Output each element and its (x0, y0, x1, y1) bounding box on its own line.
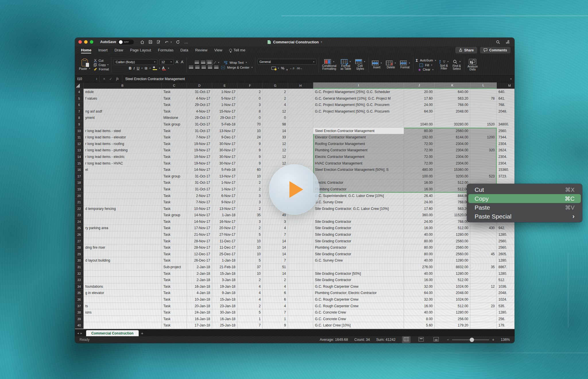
cell[interactable]: 2304. (497, 141, 514, 147)
cell[interactable]: Task (162, 160, 187, 167)
cell[interactable]: 2304.00 (435, 147, 470, 154)
cell[interactable]: Task (162, 134, 187, 141)
cell[interactable]: 179. (497, 322, 514, 329)
cell[interactable]: 563.20 (435, 206, 470, 212)
cell[interactable] (313, 173, 404, 180)
cell[interactable] (313, 212, 404, 218)
cell[interactable]: 16-Jan-18 (212, 316, 237, 322)
cell[interactable]: 2 (237, 277, 263, 283)
cell[interactable]: edule (84, 89, 162, 95)
cell[interactable]: Task group (162, 173, 187, 180)
cell[interactable]: Task (162, 303, 187, 310)
cell[interactable]: 512.00 (435, 179, 470, 186)
cell[interactable] (84, 212, 162, 218)
cell[interactable]: d layout building (84, 257, 162, 264)
title-dropdown-icon[interactable]: ▾ (321, 40, 322, 43)
cell[interactable] (84, 277, 162, 283)
cell[interactable]: 480.00 (404, 167, 435, 173)
cell[interactable]: 80.00 (404, 251, 435, 258)
cell[interactable]: 1036. (497, 283, 514, 290)
cell[interactable]: 0 (237, 95, 263, 102)
cell[interactable]: 256.00 (435, 316, 470, 322)
cell[interactable] (288, 238, 313, 245)
decrease-indent-icon[interactable] (208, 66, 212, 69)
cell[interactable]: 320 (470, 147, 497, 154)
cell[interactable]: 2560. (497, 128, 514, 134)
cell-styles-button[interactable]: ▾ CellStyles (354, 59, 366, 70)
cell[interactable]: ng asf asdf (84, 108, 162, 115)
cell[interactable]: 49 (263, 212, 288, 218)
cell[interactable]: r long lead items - plumbing (84, 147, 162, 154)
row-header-30[interactable]: 30 (75, 257, 84, 264)
cell[interactable]: 72.00 (404, 154, 435, 160)
cell[interactable] (288, 225, 313, 231)
cell[interactable]: Site Grading Contractor (313, 225, 404, 231)
cell[interactable] (288, 264, 313, 270)
cell[interactable] (84, 218, 162, 225)
cell[interactable]: 1-Nov-17 (212, 89, 237, 95)
insert-function-icon[interactable]: fx (116, 77, 119, 81)
cell[interactable] (288, 121, 313, 128)
cell[interactable]: Elevator Contractor Management (313, 134, 404, 141)
cell[interactable] (84, 199, 162, 206)
paste-button[interactable]: Paste▾ (78, 59, 91, 71)
cell[interactable] (288, 95, 313, 102)
format-cells-button[interactable]: ▾ Format (399, 61, 411, 69)
cell[interactable]: 31-Oct-17 (187, 121, 212, 128)
cell[interactable]: 2304. (497, 160, 514, 167)
cell[interactable]: 2304.00 (435, 160, 470, 167)
row-header-34[interactable]: 34 (75, 283, 84, 290)
cell[interactable]: Task (162, 108, 187, 115)
cell[interactable]: 40.00 (404, 270, 435, 277)
cell[interactable]: 2 (237, 303, 263, 310)
autosave-toggle[interactable]: OFF (118, 40, 134, 45)
cell[interactable]: 179.20 (435, 322, 470, 329)
cell[interactable]: 2048. (497, 290, 514, 296)
cell[interactable] (470, 154, 497, 160)
cell[interactable]: 4 (263, 283, 288, 290)
cell[interactable]: 2-Jan-18 (187, 277, 212, 283)
cell[interactable]: 30-Nov-17 (212, 141, 237, 147)
cell[interactable] (470, 141, 497, 147)
row-header-13[interactable]: 13 (75, 147, 84, 154)
cell[interactable] (84, 238, 162, 245)
cell[interactable]: Site Grading Contractor (313, 238, 404, 245)
row-header-26[interactable]: 26 (75, 231, 84, 238)
cell[interactable]: r long lead items - electric (84, 154, 162, 160)
row-header-29[interactable]: 29 (75, 251, 84, 258)
increase-indent-icon[interactable] (214, 66, 218, 69)
cell[interactable] (288, 218, 313, 225)
format-as-table-button[interactable]: ▾ Formatas Table (340, 59, 352, 70)
row-header-37[interactable]: 37 (75, 303, 84, 310)
cell[interactable]: 80.00 (404, 244, 435, 251)
cell[interactable]: 10-Nov-17 (187, 206, 212, 212)
cell[interactable]: 17-Nov-17 (187, 225, 212, 231)
cell[interactable] (84, 102, 162, 108)
cell[interactable] (288, 115, 313, 121)
cell[interactable] (288, 147, 313, 154)
column-header-F[interactable]: F (237, 82, 263, 89)
cell[interactable]: 2-Jan-18 (187, 270, 212, 277)
font-color-button[interactable]: A (162, 66, 166, 70)
italic-button[interactable]: I (134, 66, 135, 71)
cell[interactable]: 10 (237, 244, 263, 251)
column-header-I[interactable]: I (313, 82, 404, 89)
cell[interactable]: G.C. Concrete Crew (313, 309, 404, 316)
cell[interactable]: 24.00 (404, 199, 435, 206)
cell[interactable]: Task (162, 283, 187, 290)
font-name-select[interactable]: Calibri (Body)▾ (114, 59, 157, 65)
cell[interactable]: 7344. (497, 134, 514, 141)
name-box-spinner[interactable]: ▴▾ (96, 78, 97, 80)
cell[interactable]: Site Grading Contractor (313, 277, 404, 283)
cell[interactable]: Steel Erection Contractor Management [50… (313, 167, 404, 173)
cell[interactable]: 13-Nov-17 (212, 173, 237, 180)
cell[interactable]: 6144.00 (435, 134, 470, 141)
cell[interactable]: 17.60 (404, 206, 435, 212)
cell[interactable]: 4 (263, 225, 288, 231)
cell[interactable]: 2 (263, 277, 288, 283)
cell[interactable]: 563.20 (435, 95, 470, 102)
cell[interactable]: 14-Nov-17 (187, 212, 212, 218)
cell[interactable]: Task (162, 238, 187, 245)
row-header-36[interactable]: 36 (75, 296, 84, 303)
tab-home[interactable]: Home (78, 47, 94, 54)
